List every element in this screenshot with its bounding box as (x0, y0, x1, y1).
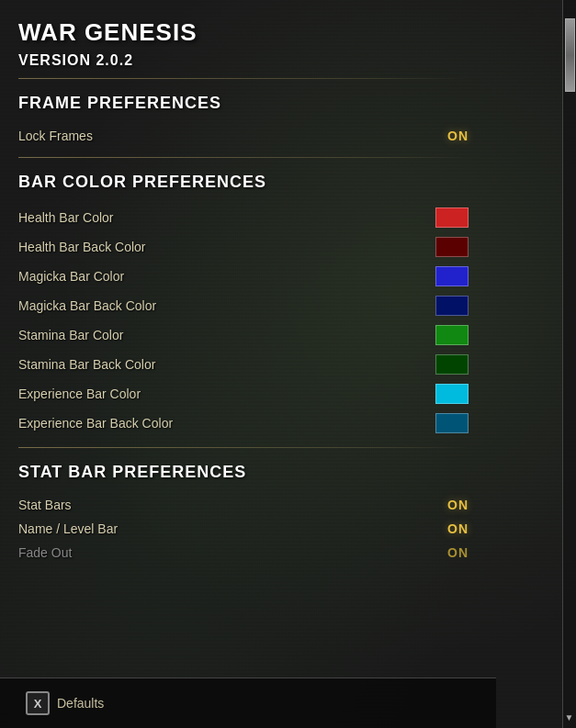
frame-divider (18, 157, 469, 158)
name-level-bar-value[interactable]: ON (447, 521, 469, 536)
scrollbar[interactable]: ▼ (562, 0, 576, 728)
name-level-bar-label: Name / Level Bar (18, 521, 118, 536)
lock-frames-row: Lock Frames ON (18, 124, 469, 148)
magicka-bar-back-color-row: Magicka Bar Back Color (18, 291, 469, 320)
health-bar-back-color-row: Health Bar Back Color (18, 232, 469, 262)
stat-bars-value[interactable]: ON (447, 498, 469, 512)
scrollbar-arrow-down[interactable]: ▼ (564, 711, 574, 723)
magicka-bar-back-color-label: Magicka Bar Back Color (18, 298, 156, 313)
bottom-bar: X Defaults (0, 678, 496, 728)
bar-color-divider (18, 447, 469, 448)
fade-out-value[interactable]: ON (447, 545, 469, 560)
scrollbar-thumb[interactable] (565, 18, 575, 92)
stamina-bar-back-color-swatch[interactable] (435, 354, 469, 375)
stamina-bar-color-swatch[interactable] (435, 325, 469, 345)
stat-bar-preferences-header: STAT BAR PREFERENCES (18, 463, 478, 482)
experience-bar-color-label: Experience Bar Color (18, 386, 141, 401)
title-divider (18, 78, 469, 79)
main-container: WAR GENESIS VERSION 2.0.2 FRAME PREFEREN… (0, 0, 496, 728)
health-bar-back-color-label: Health Bar Back Color (18, 240, 146, 254)
health-bar-color-swatch[interactable] (435, 207, 469, 228)
bar-color-preferences-header: BAR COLOR PREFERENCES (18, 173, 478, 192)
health-bar-back-color-swatch[interactable] (435, 237, 469, 257)
lock-frames-value[interactable]: ON (447, 129, 469, 143)
defaults-label: Defaults (57, 696, 104, 711)
defaults-button[interactable]: X Defaults (18, 688, 111, 719)
stamina-bar-color-row: Stamina Bar Color (18, 320, 469, 350)
magicka-bar-back-color-swatch[interactable] (435, 296, 469, 316)
magicka-bar-color-swatch[interactable] (435, 266, 469, 286)
health-bar-color-row: Health Bar Color (18, 203, 469, 232)
name-level-bar-row: Name / Level Bar ON (18, 517, 469, 541)
experience-bar-back-color-swatch[interactable] (435, 413, 469, 433)
experience-bar-color-swatch[interactable] (435, 384, 469, 404)
stamina-bar-back-color-label: Stamina Bar Back Color (18, 357, 155, 372)
stat-bars-row: Stat Bars ON (18, 493, 469, 517)
fade-out-row: Fade Out ON (18, 541, 469, 565)
magicka-bar-color-label: Magicka Bar Color (18, 269, 124, 284)
stamina-bar-color-label: Stamina Bar Color (18, 328, 123, 342)
app-version: VERSION 2.0.2 (18, 52, 478, 69)
experience-bar-back-color-row: Experience Bar Back Color (18, 409, 469, 438)
lock-frames-label: Lock Frames (18, 129, 93, 143)
health-bar-color-label: Health Bar Color (18, 210, 114, 225)
frame-preferences-header: FRAME PREFERENCES (18, 94, 478, 113)
fade-out-label: Fade Out (18, 545, 72, 560)
app-title: WAR GENESIS (18, 18, 478, 47)
stat-bars-label: Stat Bars (18, 498, 72, 512)
experience-bar-back-color-label: Experience Bar Back Color (18, 416, 173, 431)
defaults-icon: X (26, 691, 50, 715)
magicka-bar-color-row: Magicka Bar Color (18, 262, 469, 291)
stamina-bar-back-color-row: Stamina Bar Back Color (18, 350, 469, 379)
experience-bar-color-row: Experience Bar Color (18, 379, 469, 409)
